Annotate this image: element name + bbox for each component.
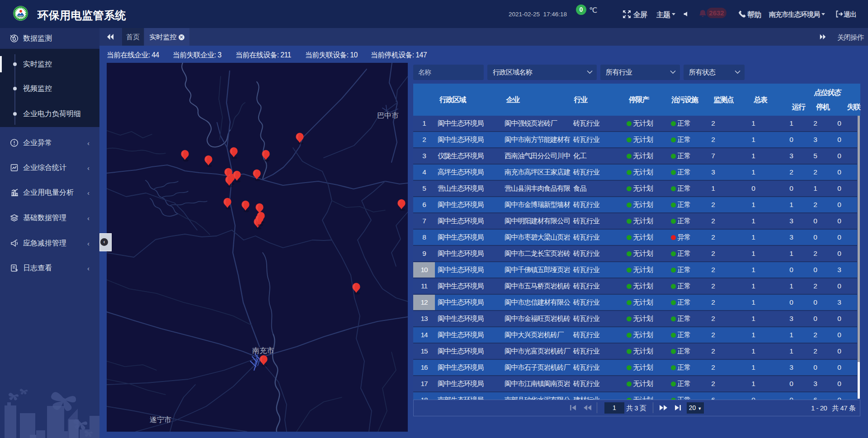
svg-text:巴中市: 巴中市 <box>377 112 399 119</box>
svg-text:遂宁市: 遂宁市 <box>150 416 171 424</box>
svg-text:南充市: 南充市 <box>252 347 274 354</box>
